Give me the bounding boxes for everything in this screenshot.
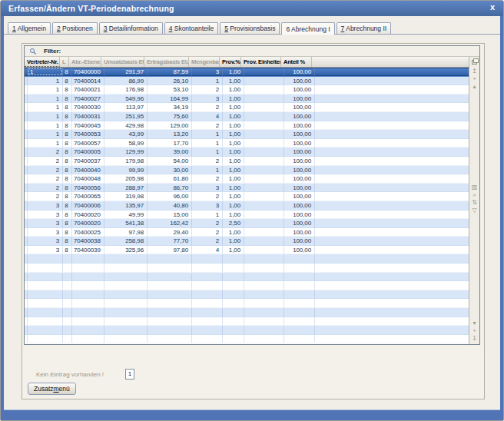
cell[interactable]: 70400039 [72,246,104,254]
cell[interactable]: 8 [63,139,72,148]
cell[interactable]: 70400006 [72,201,104,210]
cell[interactable]: 70400000 [72,68,104,76]
tab-provisionsbasis[interactable]: 5 Provisionsbasis [220,22,280,34]
cell[interactable]: 70400037 [72,157,104,165]
cell[interactable]: 70400005 [72,148,104,156]
cell[interactable]: 176,98 [104,85,148,94]
title-bar[interactable]: Erfassen/Ändern VT-Periodenabrechnung x [1,1,503,16]
cell[interactable]: 258,98 [104,237,148,245]
cell[interactable]: 58,99 [104,139,148,148]
scroll-to-top-icon[interactable]: ↥ [469,68,479,75]
cell[interactable] [244,121,284,130]
cell[interactable]: 70400053 [72,130,104,138]
cell[interactable]: 1,00 [223,112,244,121]
cell[interactable]: 1 [28,68,63,76]
table-row[interactable]: 3870400006135,9740,8031,00100,00 [25,201,469,210]
cell[interactable]: 86,70 [148,184,192,192]
cell[interactable]: 129,99 [104,148,148,156]
cell[interactable] [244,184,284,192]
column-header-prov[interactable]: Prov.% [220,57,241,67]
cell[interactable]: 96,00 [148,192,192,201]
cell[interactable]: 100,00 [284,174,315,183]
cell[interactable]: 2 [28,157,63,165]
cell[interactable]: 54,00 [148,157,192,165]
cell[interactable]: 8 [63,246,72,254]
cell[interactable]: 70400020 [72,210,104,219]
cell[interactable]: 100,00 [284,112,315,121]
cell[interactable]: 3 [192,184,223,192]
extras-menu-button[interactable]: Zusatzmenü [28,383,76,395]
columns-icon[interactable]: ▥ [469,184,479,191]
table-row[interactable]: 2870400048205,9861,8021,00100,00 [25,174,469,184]
table-row[interactable]: 1870400021176,9853,1021,00100,00 [25,85,469,94]
column-header-mengenbasis[interactable]: Mengenbasis [189,57,220,67]
cell[interactable]: 8 [63,166,72,174]
cell[interactable] [244,103,284,111]
cell[interactable] [244,201,284,210]
cell[interactable] [244,68,284,76]
search-icon[interactable]: ⌕ [469,191,479,199]
cell[interactable]: 1,00 [223,85,244,94]
close-button[interactable]: x [488,2,497,12]
cell[interactable]: 3 [192,201,223,210]
cell[interactable]: 1,00 [223,210,244,219]
cell[interactable]: 49,99 [104,210,148,219]
tab-positionen[interactable]: 2 Positionen [52,22,98,34]
cell[interactable]: 70400031 [72,112,104,121]
cell[interactable]: 1,00 [223,94,244,103]
filter-search-icon[interactable] [29,48,37,55]
cell[interactable] [244,139,284,148]
cell[interactable]: 541,38 [104,219,148,227]
cell[interactable]: 100,00 [284,103,315,111]
cell[interactable]: 2 [192,237,223,245]
filter-funnel-icon[interactable]: ▽ [469,207,479,214]
tab-detailinformation[interactable]: 3 Detailinformation [99,22,163,34]
scroll-page-down-icon[interactable]: + [469,327,479,335]
table-row[interactable]: 187040001486,9926,1011,00100,00 [25,77,469,86]
cell[interactable]: 113,97 [104,103,148,111]
table-row[interactable]: 1870400000291,9787,5931,00100,00 [25,68,469,77]
cell[interactable]: 2 [28,166,63,174]
cell[interactable]: 1,00 [223,103,244,111]
cell[interactable]: 2 [28,184,63,192]
cell[interactable]: 43,99 [104,130,148,138]
cell[interactable]: 34,19 [148,103,192,111]
cell[interactable]: 1,00 [223,148,244,156]
cell[interactable]: 291,97 [104,68,148,76]
cell[interactable]: 100,00 [284,94,315,103]
cell[interactable]: 4 [192,112,223,121]
cell[interactable]: 2 [192,228,223,237]
column-header-ertragsbasis-eur[interactable]: Ertragsbasis EUR [144,57,189,67]
column-header-prov-einheiten[interactable]: Prov. Einheiten [241,57,281,67]
cell[interactable]: 1 [28,94,63,103]
table-row[interactable]: 2870400005129,9939,0011,00100,00 [25,148,469,157]
cell[interactable]: 8 [63,85,72,94]
cell[interactable]: 549,96 [104,94,148,103]
cell[interactable]: 97,80 [148,246,192,254]
tab-abrechnung-i[interactable]: 6 Abrechnung I [281,22,334,35]
cell[interactable]: 100,00 [284,85,315,94]
table-row[interactable]: 387040002049,9915,0011,00100,00 [25,210,469,220]
cell[interactable] [244,166,284,174]
cell[interactable] [244,237,284,245]
cell[interactable]: 8 [63,130,72,138]
cell[interactable]: 70400014 [72,77,104,85]
table-row[interactable]: 2870400037179,9854,0021,00100,00 [25,157,469,166]
cell[interactable]: 2 [192,121,223,130]
cell[interactable]: 1 [192,166,223,174]
table-row[interactable]: 1870400031251,9575,6041,00100,00 [25,112,469,121]
cell[interactable]: 1,00 [223,192,244,201]
cell[interactable]: 8 [63,237,72,245]
cell[interactable]: 205,98 [104,174,148,183]
cell[interactable]: 1,00 [223,157,244,165]
cell[interactable]: 100,00 [284,237,315,245]
cell[interactable]: 97,98 [104,228,148,237]
cell[interactable]: 2 [192,85,223,94]
cell[interactable]: 100,00 [284,121,315,130]
cell[interactable]: 8 [63,94,72,103]
cell[interactable]: 87,59 [148,68,192,76]
cell[interactable]: 3 [28,201,63,210]
cell[interactable]: 319,98 [104,192,148,201]
cell[interactable] [244,148,284,156]
table-row[interactable]: 2870400056288,9786,7031,00100,00 [25,184,469,193]
